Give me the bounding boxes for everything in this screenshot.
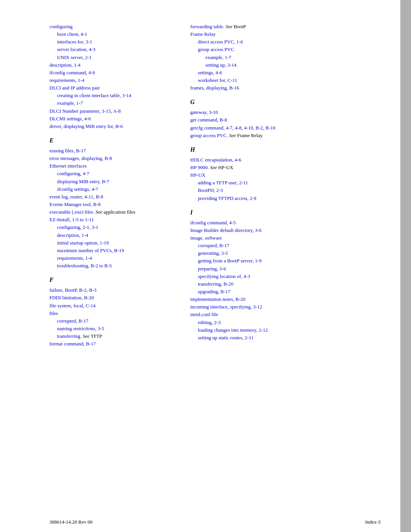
entry-inetd-conf: inetd.conf file — [190, 311, 381, 318]
entry-hp9000: HP 9000. See HP-UX — [190, 164, 381, 171]
entry-files-naming: naming restrictions, 3-5 — [49, 325, 179, 332]
entry-files: files — [49, 310, 179, 317]
entry-ez-max-pvcs: maximum number of PVCs, B-19 — [49, 247, 179, 254]
entry-image-upgrading: upgrading, B-17 — [190, 288, 381, 296]
footer-left: 308614-14.20 Rev 00 — [49, 519, 92, 525]
entry-getcfg-command: getcfg command, 4-7, 4-8, 4-10, B-2, B-1… — [190, 124, 381, 132]
entry-forwarding-table: forwarding table. See BootP — [190, 23, 381, 30]
section-header-e: E — [49, 137, 179, 144]
entry-eth-ifconfig: ifconfig settings, 4-7 — [49, 185, 179, 193]
entry-inetd-loading: loading changes into memory, 2-12 — [190, 326, 381, 334]
entry-incoming-interface: incoming interface, specifying, 3-12 — [190, 303, 381, 311]
see-ref-hp-ux: See HP-UX — [210, 165, 233, 170]
entry-image-software: image, software — [190, 234, 381, 242]
entry-image-transferring: transferring, B-20 — [190, 280, 381, 288]
entry-ifconfig-command-right: ifconfig command, 4-5 — [190, 219, 381, 227]
entry-dlci-number: DLCI Number parameter, 3-15, A-8 — [49, 107, 179, 115]
entry-description: description, 1-4 — [49, 61, 179, 69]
see-ref-exe: See application files — [96, 209, 135, 215]
footer-right: Index-3 — [365, 519, 381, 525]
entry-executable-files: executable (.exe) files. See application… — [49, 208, 179, 216]
entry-dlcmi-settings: DLCMI settings, 4-6 — [49, 115, 179, 123]
entry-ethernet-interfaces: Ethernet interfaces — [49, 162, 179, 170]
entry-ez-requirements: requirements, 1-4 — [49, 254, 179, 262]
entry-gateway: gateway, 3-10 — [190, 109, 381, 116]
entry-ez-initial-startup: initial startup option, 1-19 — [49, 239, 179, 247]
entry-event-log: event log, router, 4-11, B-8 — [49, 193, 179, 201]
entry-fr-direct-access: direct access PVC, 1-6 — [190, 38, 381, 46]
entry-file-system: file system, local, C-14 — [49, 302, 179, 310]
section-header-i: I — [190, 209, 381, 216]
entry-hp-bootpd: BootPD, 2-3 — [190, 187, 381, 194]
entry-inetd-static-routes: setting up static routes, 2-11 — [190, 334, 381, 342]
entry-ez-install: EZ-Install, 1-5 to 1-11 — [49, 216, 179, 224]
entry-frames-displaying: frames, displaying, B-16 — [190, 84, 381, 92]
entry-image-preparing: preparing, 3-6 — [190, 265, 381, 273]
entry-fr-setting-up: setting up, 3-14 — [190, 61, 381, 69]
entry-get-command: get command, B-8 — [190, 116, 381, 124]
entry-failure-bootp: failure, BootP, B-2, B-3 — [49, 286, 179, 294]
see-ref-bootp: See BootP — [226, 24, 246, 29]
right-sidebar — [400, 0, 411, 532]
entry-server-location: server location, 4-3 — [49, 46, 179, 53]
section-header-f: F — [49, 276, 179, 283]
section-header-g: G — [190, 99, 381, 105]
entry-group-access-pvc: group access PVC. See Frame Relay — [190, 132, 381, 139]
section-header-h: H — [190, 146, 381, 153]
entry-image-builder: Image Builder default directory, 3-6 — [190, 227, 381, 234]
entry-fr-settings: settings, 4-6 — [190, 69, 381, 77]
page-footer: 308614-14.20 Rev 00 Index-3 — [0, 512, 411, 532]
entry-files-transferring: transferring. See TFTP — [49, 332, 179, 340]
entry-hp-tftpd-access: providing TFTPD access, 2-9 — [190, 195, 381, 202]
entry-ez-configuring: configuring, 2-1, 3-1 — [49, 224, 179, 231]
entry-ez-description: description, 1-4 — [49, 232, 179, 239]
entry-ez-troubleshooting: troubleshooting, B-2 to B-5 — [49, 262, 179, 270]
entry-image-corrupted: corrupted, B-17 — [190, 242, 381, 249]
entry-fddi-limitation: FDDI limitation, B-20 — [49, 294, 179, 302]
entry-interfaces-for: interfaces for, 3-1 — [49, 38, 179, 46]
entry-events-manager: Events Manager tool, B-8 — [49, 201, 179, 208]
entry-example-1-7-left: example, 1-7 — [49, 99, 179, 107]
entry-driver-displaying: driver, displaying MIB entry for, B-6 — [49, 123, 179, 130]
entry-erasing-files: erasing files, B-17 — [49, 147, 179, 155]
entry-frame-relay: Frame Relay — [190, 30, 381, 38]
entry-requirements: requirements, 1-4 — [49, 77, 179, 84]
entry-hp-ux: HP-UX — [190, 171, 381, 179]
entry-hdlc-encapsulation: HDLC encapsulation, 4-6 — [190, 156, 381, 164]
entry-eth-configuring: configuring, 4-7 — [49, 170, 179, 177]
entry-fr-example: example, 1-7 — [190, 54, 381, 61]
entry-boot-client: boot client, 4-1 — [49, 30, 179, 38]
entry-fr-group-access: group access PVC — [190, 46, 381, 53]
entry-hp-adding-tftp: adding a TFTP user, 2-11 — [190, 179, 381, 187]
entry-unix-server: UNIX server, 2-1 — [49, 54, 179, 61]
entry-image-generating: generating, 3-5 — [190, 249, 381, 257]
entry-error-messages: error messages, displaying, B-8 — [49, 155, 179, 162]
entry-ifconfig-command: ifconfig command, 4-9 — [49, 69, 179, 77]
entry-files-corrupted: corrupted, B-17 — [49, 317, 179, 325]
entry-fr-worksheet: worksheet for, C-11 — [190, 77, 381, 84]
entry-creating-client: creating in client interface table, 3-14 — [49, 92, 179, 99]
entry-inetd-editing: editing, 2-3 — [190, 319, 381, 326]
entry-eth-displaying-mib: displaying MIB entry, B-7 — [49, 178, 179, 185]
see-ref-frame-relay: See Frame Relay — [229, 133, 263, 138]
entry-format-command: format command, B-17 — [49, 340, 179, 348]
entry-image-specifying: specifying location of, 4-3 — [190, 273, 381, 280]
entry-dlci-ip-pair: DLCI and IP address pair — [49, 84, 179, 92]
entry-image-getting: getting from a BootP server, 1-9 — [190, 257, 381, 265]
see-ref-tftp: See TFTP — [83, 333, 102, 339]
entry-configuring: configuring — [49, 23, 179, 30]
entry-implementation-notes: implementation notes, B-20 — [190, 296, 381, 303]
